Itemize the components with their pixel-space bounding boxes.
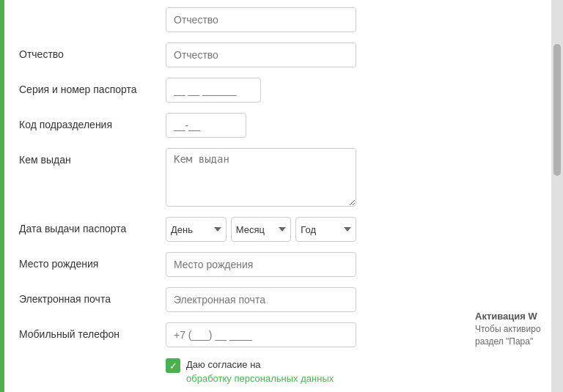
consent-text-block: Даю согласие на обработку персональных д… <box>186 358 334 384</box>
code-row: Код подразделения <box>19 113 541 138</box>
date-month-select[interactable]: Месяц ЯнварьФевральМарт <box>231 217 292 242</box>
consent-checkbox[interactable]: ✓ <box>166 358 180 373</box>
phone-label: Мобильный телефон <box>19 322 166 342</box>
otchestvo-row: Отчество <box>19 42 541 67</box>
checkmark-icon: ✓ <box>169 361 177 371</box>
date-year-select[interactable]: Год 20242023 <box>295 217 356 242</box>
code-input[interactable] <box>166 113 246 138</box>
date-row: Дата выдачи паспорта День 123 Месяц Янва… <box>19 217 541 242</box>
top-partial-row <box>19 7 541 32</box>
issued-label: Кем выдан <box>19 148 166 168</box>
otchestvo-input[interactable] <box>166 42 356 67</box>
activation-title: Активация W <box>475 310 548 323</box>
page-wrapper: Отчество Серия и номер паспорта Код подр… <box>0 0 563 392</box>
consent-container: ✓ Даю согласие на обработку персональных… <box>166 358 334 384</box>
issued-row: Кем выдан <box>19 148 541 207</box>
consent-text: Даю согласие на <box>186 359 261 370</box>
passport-input[interactable] <box>166 78 261 103</box>
activation-note: Активация W Чтобы активиро раздел "Пара" <box>475 310 548 348</box>
otchestvo-label: Отчество <box>19 42 166 62</box>
issued-textarea[interactable] <box>166 148 356 207</box>
date-day-select[interactable]: День 123 <box>166 217 227 242</box>
phone-row: Мобильный телефон <box>19 322 541 347</box>
email-input[interactable] <box>166 287 356 312</box>
consent-link[interactable]: обработку персональных данных <box>186 373 334 384</box>
birthplace-input[interactable] <box>166 252 356 277</box>
activation-text1: Чтобы активиро <box>475 323 548 336</box>
main-form-area: Отчество Серия и номер паспорта Код подр… <box>4 0 563 392</box>
passport-label: Серия и номер паспорта <box>19 78 166 97</box>
scrollbar[interactable] <box>551 0 563 392</box>
passport-row: Серия и номер паспорта <box>19 78 541 103</box>
date-selects-group: День 123 Месяц ЯнварьФевральМарт Год 202… <box>166 217 356 242</box>
birthplace-label: Место рождения <box>19 252 166 272</box>
birthplace-row: Место рождения <box>19 252 541 277</box>
phone-input[interactable] <box>166 322 356 347</box>
activation-text2: раздел "Пара" <box>475 336 548 348</box>
otchestvo-top-input[interactable] <box>166 7 356 32</box>
email-row: Электронная почта <box>19 287 541 312</box>
date-label: Дата выдачи паспорта <box>19 217 166 237</box>
email-label: Электронная почта <box>19 287 166 307</box>
consent-row: ✓ Даю согласие на обработку персональных… <box>19 358 541 384</box>
code-label: Код подразделения <box>19 113 166 133</box>
scrollbar-thumb[interactable] <box>553 44 561 176</box>
